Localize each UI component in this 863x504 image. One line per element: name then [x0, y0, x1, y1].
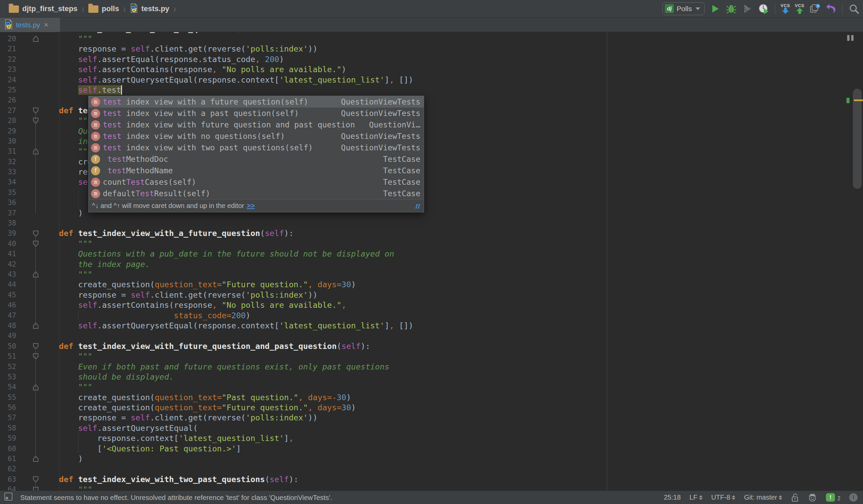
completion-item[interactable]: mdefaultTestResult(self)TestCase	[89, 188, 424, 199]
event-log-notification[interactable]: ! 2	[826, 493, 840, 502]
line-number[interactable]: 47	[0, 311, 16, 320]
code-text[interactable]: response = self.client.get(reverse('poll…	[40, 290, 317, 300]
code-text[interactable]: self.assertQuerysetEqual(response.contex…	[40, 75, 413, 85]
close-icon[interactable]: ×	[44, 21, 48, 29]
code-text[interactable]: response = self.client.get(reverse('poll…	[40, 44, 317, 54]
debug-button[interactable]	[725, 3, 737, 14]
code-line[interactable]: 52 Even if both past and future question…	[0, 362, 863, 372]
line-number[interactable]: 25	[0, 85, 16, 95]
code-text[interactable]: """	[40, 351, 92, 362]
code-line[interactable]: 44 create_question(question_text="Future…	[0, 279, 863, 290]
code-text[interactable]: """	[40, 484, 92, 491]
fold-marker-icon[interactable]	[33, 487, 39, 491]
code-line[interactable]: 39 def test_index_view_with_a_future_que…	[0, 228, 863, 238]
code-line[interactable]: 40 """	[0, 239, 863, 249]
line-number[interactable]: 61	[0, 454, 16, 464]
line-number[interactable]: 60	[0, 444, 16, 454]
line-number[interactable]: 37	[0, 208, 16, 218]
line-number[interactable]: 21	[0, 44, 16, 54]
line-number[interactable]: 64	[0, 484, 16, 491]
code-text[interactable]: response.context['latest_question_list']…	[40, 433, 293, 443]
code-line[interactable]: 50 def test_index_view_with_future_quest…	[0, 341, 863, 351]
line-number[interactable]: 52	[0, 362, 16, 372]
line-number[interactable]: 48	[0, 320, 16, 331]
line-number[interactable]: 49	[0, 331, 16, 341]
line-separator-widget[interactable]: LF	[689, 493, 702, 501]
line-number[interactable]: 54	[0, 382, 16, 392]
line-number[interactable]: 59	[0, 433, 16, 443]
fold-marker-icon[interactable]	[33, 117, 39, 124]
code-text[interactable]: def test_index_view_with_two_past_questi…	[40, 474, 298, 484]
code-line[interactable]: 45 response = self.client.get(reverse('p…	[0, 290, 863, 300]
code-text[interactable]: Even if both past and future questions e…	[40, 362, 389, 372]
code-line[interactable]: 59 response.context['latest_question_lis…	[0, 433, 863, 443]
code-text[interactable]: self.assertQuerysetEqual(response.contex…	[40, 320, 413, 331]
completion-item[interactable]: mtest_index_view_with_a_past_question(se…	[89, 108, 424, 119]
vcs-commit-button[interactable]: VCS	[795, 3, 804, 14]
code-text[interactable]: create_question(question_text="Past ques…	[40, 392, 351, 403]
line-number[interactable]: 51	[0, 351, 16, 362]
code-line[interactable]: 21 response = self.client.get(reverse('p…	[0, 44, 863, 54]
code-line[interactable]: 43 """	[0, 269, 863, 279]
line-number[interactable]: 46	[0, 300, 16, 310]
fold-marker-icon[interactable]	[33, 148, 39, 155]
caret-position-widget[interactable]: 25:18	[664, 493, 680, 501]
breadcrumb-item[interactable]: polls	[88, 4, 119, 13]
code-text[interactable]: )	[40, 454, 83, 464]
code-line[interactable]: 57 response = self.client.get(reverse('p…	[0, 413, 863, 423]
breadcrumb-item[interactable]: djtp_first_steps	[9, 4, 77, 13]
tab-tests-py[interactable]: tests.py ×	[0, 17, 60, 32]
line-number[interactable]: 39	[0, 228, 16, 238]
fold-marker-icon[interactable]	[33, 240, 39, 247]
code-text[interactable]: def test_index_view_with_future_question…	[40, 341, 370, 351]
code-line[interactable]: 41 Questions with a pub_date in the futu…	[0, 249, 863, 259]
fold-marker-icon[interactable]	[33, 35, 39, 42]
code-text[interactable]: """	[40, 146, 92, 156]
local-history-button[interactable]	[809, 3, 821, 14]
line-number[interactable]: 29	[0, 126, 16, 136]
code-text[interactable]: self.assertQuerysetEqual(	[40, 423, 198, 433]
code-text[interactable]: )	[40, 208, 83, 218]
code-text[interactable]: the index page.	[40, 259, 150, 269]
code-line[interactable]: 64 """	[0, 484, 863, 491]
fold-marker-icon[interactable]	[33, 322, 39, 329]
line-number[interactable]: 41	[0, 249, 16, 259]
code-text[interactable]: self.test	[40, 85, 121, 95]
fold-marker-icon[interactable]	[33, 230, 39, 237]
code-line[interactable]: 55 create_question(question_text="Past q…	[0, 392, 863, 403]
line-number[interactable]: 28	[0, 116, 16, 126]
code-line[interactable]: 20 """	[0, 34, 863, 44]
vertical-scrollbar-thumb[interactable]	[853, 89, 862, 189]
completion-item[interactable]: mtest_index_view_with_two_past_questions…	[89, 142, 424, 153]
code-text[interactable]: """	[40, 34, 92, 44]
line-number[interactable]: 42	[0, 259, 16, 269]
completion-item[interactable]: mcountTestCases(self)TestCase	[89, 176, 424, 188]
line-number[interactable]: 55	[0, 392, 16, 403]
code-line[interactable]: 38	[0, 218, 863, 228]
breadcrumb-item[interactable]: tests.py	[130, 3, 169, 14]
completion-item[interactable]: mtest_index_view_with_future_question_an…	[89, 119, 424, 130]
code-line[interactable]: 25 self.test	[0, 85, 863, 95]
code-line[interactable]: 51 """	[0, 351, 863, 362]
run-with-coverage-button[interactable]	[742, 3, 753, 14]
line-number[interactable]: 32	[0, 157, 16, 167]
line-number[interactable]: 57	[0, 413, 16, 423]
line-number[interactable]: 63	[0, 474, 16, 484]
profiler-button[interactable]	[758, 3, 769, 14]
code-text[interactable]: self.assertEqual(response.status_code, 2…	[40, 54, 284, 64]
ide-error-icon[interactable]: !	[849, 493, 858, 502]
code-line[interactable]: 24 self.assertQuerysetEqual(response.con…	[0, 75, 863, 85]
fold-marker-icon[interactable]	[33, 455, 39, 462]
code-line[interactable]: 62	[0, 464, 863, 474]
line-number[interactable]: 34	[0, 177, 16, 187]
hector-inspector-icon[interactable]	[808, 493, 817, 502]
line-number[interactable]: 44	[0, 279, 16, 290]
line-number[interactable]: 35	[0, 187, 16, 198]
code-text[interactable]: Questions with a pub_date in the future …	[40, 249, 394, 259]
code-line[interactable]: 58 self.assertQuerysetEqual(	[0, 423, 863, 433]
line-number[interactable]: 33	[0, 167, 16, 177]
line-number[interactable]: 50	[0, 341, 16, 351]
fold-marker-icon[interactable]	[33, 271, 39, 278]
code-text[interactable]: create_question(question_text="Future qu…	[40, 403, 356, 413]
code-line[interactable]: 47 status_code=200)	[0, 311, 863, 320]
